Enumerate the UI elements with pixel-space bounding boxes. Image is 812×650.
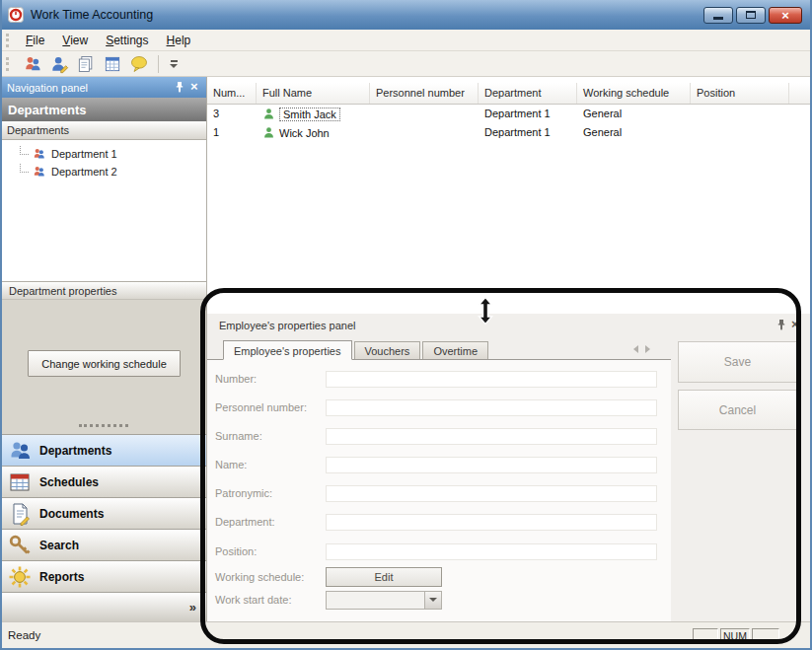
column-header-position[interactable]: Position xyxy=(691,83,789,104)
status-pane-caps xyxy=(693,628,718,644)
sidebar-item-departments[interactable]: Departments xyxy=(0,434,206,466)
employee-properties-panel: Employee's properties panel × Employee's… xyxy=(207,314,812,621)
tree-elbow xyxy=(20,164,29,173)
tab-scroll-right-icon[interactable] xyxy=(645,345,650,353)
sidebar-item-reports[interactable]: Reports xyxy=(0,560,206,592)
pin-icon[interactable] xyxy=(174,81,185,93)
sidebar-item-schedules[interactable]: Schedules xyxy=(0,466,206,497)
column-header-full-name[interactable]: Full Name xyxy=(257,83,370,104)
department-icon xyxy=(32,165,47,180)
work-start-date-combobox[interactable] xyxy=(326,591,442,610)
column-header-working-schedule[interactable]: Working schedule xyxy=(577,83,691,104)
working-schedule-label: Working schedule: xyxy=(215,571,326,583)
window-controls: × xyxy=(703,7,802,24)
column-header-personnel-number[interactable]: Personnel number xyxy=(370,83,479,104)
status-pane-num: NUM xyxy=(720,628,750,644)
cell-personnel-number xyxy=(370,105,479,123)
form-row-department: Department: xyxy=(215,513,657,531)
cancel-button[interactable]: Cancel xyxy=(678,390,797,430)
close-button[interactable]: × xyxy=(769,7,802,24)
departments-group-header: Departments xyxy=(0,121,206,140)
department-field[interactable] xyxy=(326,514,657,531)
column-header-department[interactable]: Department xyxy=(479,83,577,104)
close-panel-icon[interactable]: × xyxy=(190,79,198,94)
sidebar: Departments Schedules Documents Search xyxy=(0,434,206,621)
position-field[interactable] xyxy=(326,543,657,560)
table-row[interactable]: 1 Wick John Department 1 General xyxy=(207,123,812,142)
documents-toolbar-icon[interactable] xyxy=(75,53,97,75)
surname-field[interactable] xyxy=(326,428,657,445)
maximize-button[interactable] xyxy=(736,7,766,24)
cell-position xyxy=(691,123,789,142)
form-row-patronymic: Patronymic: xyxy=(215,484,657,502)
menu-view[interactable]: View xyxy=(53,31,97,50)
toolbar-overflow-icon[interactable] xyxy=(167,54,181,74)
cell-full-name: Smith Jack xyxy=(257,105,370,123)
work-start-date-label: Work start date: xyxy=(215,594,326,606)
combobox-value xyxy=(327,592,424,609)
menu-file[interactable]: File xyxy=(17,31,53,50)
change-working-schedule-button[interactable]: Change working schedule xyxy=(28,350,181,377)
sidebar-overflow-icon[interactable]: » xyxy=(189,600,196,614)
tab-overtime[interactable]: Overtime xyxy=(422,341,488,359)
employee-panel-tabs: Employee's properties Vouchers Overtime xyxy=(207,339,671,360)
save-button[interactable]: Save xyxy=(678,341,797,383)
menu-settings[interactable]: Settings xyxy=(97,31,157,50)
chevron-down-icon[interactable] xyxy=(424,592,441,609)
form-row-number: Number: xyxy=(215,370,657,388)
tree-item-department-2[interactable]: Department 2 xyxy=(20,163,206,181)
tree-elbow xyxy=(20,146,29,155)
sidebar-item-search[interactable]: Search xyxy=(0,529,206,560)
form-row-work-start-date: Work start date: xyxy=(215,591,442,609)
number-label: Number: xyxy=(215,373,326,385)
cell-position xyxy=(691,105,789,123)
tab-scroll-left-icon[interactable] xyxy=(633,345,638,353)
patronymic-field[interactable] xyxy=(326,485,657,502)
personnel-number-field[interactable] xyxy=(326,399,657,416)
schedules-icon xyxy=(8,470,32,494)
surname-label: Surname: xyxy=(215,430,326,442)
table-row[interactable]: 3 Smith Jack Department 1 General xyxy=(207,105,812,123)
schedule-toolbar-icon[interactable] xyxy=(102,53,123,75)
column-header-num[interactable]: Num... xyxy=(207,83,257,104)
sidebar-item-label: Search xyxy=(39,539,79,552)
documents-icon xyxy=(8,502,32,526)
tab-vouchers[interactable]: Vouchers xyxy=(354,341,421,359)
cell-personnel-number xyxy=(370,123,479,142)
number-field[interactable] xyxy=(326,371,657,388)
patronymic-label: Patronymic: xyxy=(215,487,326,499)
form-row-personnel-number: Personnel number: xyxy=(215,398,657,416)
form-row-position: Position: xyxy=(215,542,657,560)
employee-toolbar-icon[interactable] xyxy=(48,53,70,75)
cell-working-schedule: General xyxy=(577,123,691,142)
employee-form: Number: Personnel number: Surname: Name:… xyxy=(207,360,671,621)
cell-working-schedule: General xyxy=(577,105,691,123)
splitter-handle[interactable] xyxy=(79,424,128,427)
toolbar-separator xyxy=(158,55,159,73)
toolbar xyxy=(0,51,812,77)
app-icon xyxy=(8,7,24,23)
tree-item-department-1[interactable]: Department 1 xyxy=(20,145,206,163)
sidebar-item-documents[interactable]: Documents xyxy=(0,497,206,529)
minimize-button[interactable] xyxy=(703,7,733,24)
pin-icon[interactable] xyxy=(775,319,787,330)
name-field[interactable] xyxy=(326,457,657,473)
close-icon: × xyxy=(781,9,789,22)
departments-tree: Department 1 Department 2 xyxy=(0,140,206,281)
cell-department: Department 1 xyxy=(479,123,577,142)
tree-item-label: Department 2 xyxy=(51,166,117,178)
help-toolbar-icon[interactable] xyxy=(128,53,150,75)
sidebar-item-label: Documents xyxy=(39,507,104,521)
departments-toolbar-icon[interactable] xyxy=(22,53,43,75)
edit-working-schedule-button[interactable]: Edit xyxy=(326,567,442,587)
tab-employees-properties[interactable]: Employee's properties xyxy=(223,340,352,360)
sidebar-item-label: Schedules xyxy=(39,475,99,489)
employee-panel-title: Employee's properties panel xyxy=(219,320,355,331)
personnel-number-label: Personnel number: xyxy=(215,401,326,413)
title-bar[interactable]: Work Time Accounting × xyxy=(0,0,812,30)
menu-grip xyxy=(6,34,9,47)
menu-help[interactable]: Help xyxy=(158,31,200,50)
employee-icon xyxy=(262,108,276,121)
cell-num: 3 xyxy=(207,105,257,123)
close-panel-icon[interactable]: × xyxy=(791,317,799,331)
